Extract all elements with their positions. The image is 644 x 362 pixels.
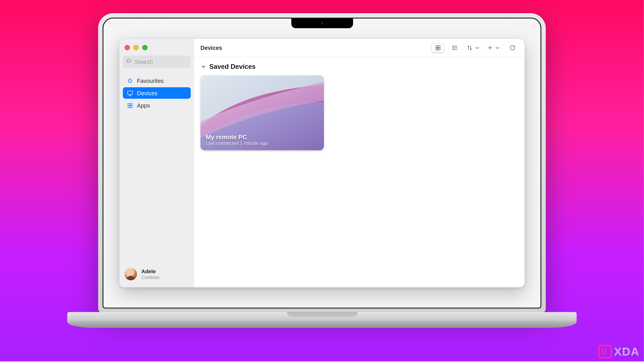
list-view-button[interactable] [449, 42, 461, 53]
sidebar-item-label: Apps [137, 102, 150, 109]
screen: Favourites Devices [102, 18, 541, 309]
view-toggle[interactable] [431, 42, 444, 53]
page-title: Devices [200, 44, 222, 51]
chevron-down-icon [200, 63, 206, 69]
main-pane: Devices [194, 39, 524, 287]
svg-rect-1 [128, 103, 130, 105]
display-notch [291, 18, 353, 28]
device-card-meta: My remote PC Last connected 1 minute ago [206, 134, 318, 146]
add-button[interactable] [486, 42, 502, 53]
sidebar: Favourites Devices [119, 39, 194, 287]
search-icon [126, 58, 132, 66]
watermark-text: XDA [614, 345, 640, 359]
apps-grid-icon [126, 102, 134, 109]
svg-point-11 [452, 49, 454, 50]
section-header[interactable]: Saved Devices [200, 63, 518, 70]
sidebar-item-favourites[interactable]: Favourites [123, 75, 190, 86]
content-area: Saved Devices [194, 57, 524, 156]
toolbar [431, 42, 518, 53]
sort-icon [466, 44, 473, 51]
device-name: My remote PC [206, 134, 318, 141]
grid-icon [434, 44, 441, 51]
section-title: Saved Devices [209, 63, 256, 70]
svg-point-9 [452, 46, 454, 46]
chevron-down-icon [494, 44, 501, 51]
chevron-down-icon [474, 44, 480, 51]
sort-button[interactable] [466, 42, 481, 53]
laptop-base [67, 312, 577, 327]
app-window: Favourites Devices [119, 39, 524, 287]
user-name: Adele [141, 268, 160, 275]
titlebar: Devices [194, 39, 524, 57]
maximize-button[interactable] [142, 45, 148, 50]
star-icon [126, 77, 134, 84]
sidebar-item-label: Devices [137, 90, 158, 96]
device-subtitle: Last connected 1 minute ago [206, 141, 318, 146]
sidebar-nav: Favourites Devices [123, 75, 190, 111]
list-icon [452, 44, 458, 51]
user-meta: Adele Contoso [141, 268, 160, 280]
refresh-button[interactable] [506, 42, 518, 53]
svg-rect-6 [438, 46, 440, 47]
refresh-icon [509, 44, 516, 51]
close-button[interactable] [125, 45, 130, 50]
search-input[interactable] [135, 58, 187, 65]
monitor-icon [126, 89, 134, 96]
avatar [125, 268, 137, 280]
minimize-button[interactable] [134, 45, 139, 50]
sidebar-item-label: Favourites [137, 77, 164, 84]
svg-rect-8 [438, 48, 440, 50]
device-card[interactable]: My remote PC Last connected 1 minute ago [200, 75, 324, 150]
watermark: XDA [598, 345, 640, 359]
svg-rect-0 [127, 91, 132, 94]
account-footer[interactable]: Adele Contoso [123, 265, 190, 283]
window-controls [123, 43, 190, 56]
svg-point-10 [452, 47, 454, 48]
sidebar-item-devices[interactable]: Devices [123, 87, 190, 99]
sidebar-item-apps[interactable]: Apps [123, 99, 190, 111]
laptop-frame: Favourites Devices [98, 13, 546, 327]
grid-view-button[interactable] [432, 43, 444, 52]
svg-rect-7 [436, 48, 438, 50]
plus-icon [487, 44, 493, 51]
user-org: Contoso [141, 275, 160, 280]
search-field[interactable] [123, 56, 190, 68]
svg-rect-5 [436, 46, 438, 47]
svg-rect-4 [130, 106, 132, 107]
xda-logo-icon [598, 345, 612, 359]
svg-rect-2 [130, 103, 132, 105]
svg-rect-3 [128, 106, 130, 107]
